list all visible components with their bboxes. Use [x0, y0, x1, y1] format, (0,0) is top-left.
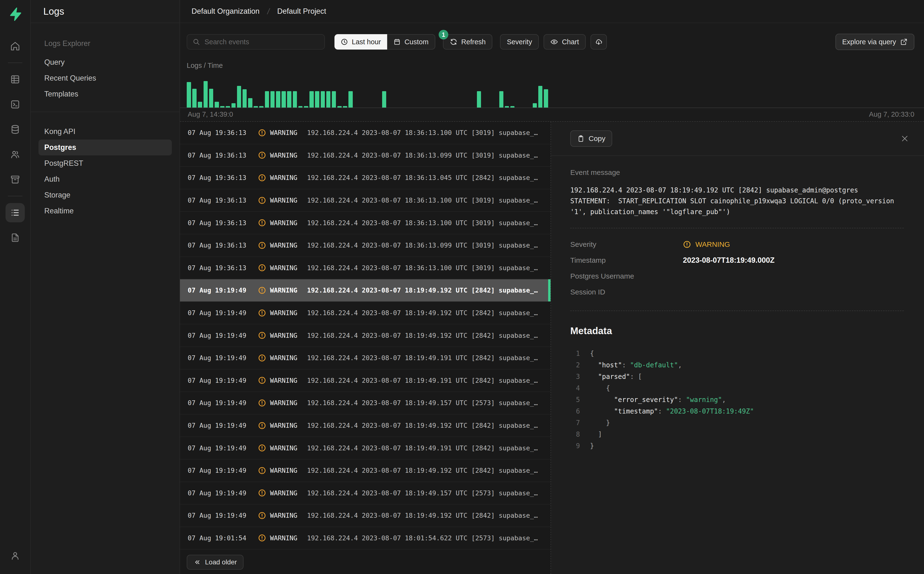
warning-icon: [258, 219, 266, 227]
log-timestamp: 07 Aug 19:36:13: [188, 219, 258, 227]
chart-bar-slot: [259, 106, 265, 107]
log-row[interactable]: 07 Aug 19:19:49 WARNING192.168.224.4 202…: [180, 279, 550, 302]
chart-bar: [243, 89, 247, 107]
log-row[interactable]: 07 Aug 19:19:49 WARNING192.168.224.4 202…: [180, 347, 550, 369]
field-label: Postgres Username: [570, 272, 683, 280]
chart-bar: [505, 106, 509, 107]
severity-filter-button[interactable]: Severity: [500, 34, 539, 50]
warning-icon: [258, 421, 266, 430]
sidebar-item-kong-api[interactable]: Kong API: [38, 124, 172, 140]
database-icon[interactable]: [6, 120, 25, 139]
close-icon[interactable]: [898, 132, 911, 145]
sidebar-item-auth[interactable]: Auth: [38, 171, 172, 187]
warning-icon: [258, 376, 266, 385]
log-row[interactable]: 07 Aug 19:36:13 WARNING192.168.224.4 202…: [180, 257, 550, 279]
sidebar-item-postgrest[interactable]: PostgREST: [38, 155, 172, 171]
log-severity: WARNING: [270, 444, 307, 452]
log-row[interactable]: 07 Aug 19:19:49 WARNING192.168.224.4 202…: [180, 505, 550, 527]
reports-file-icon[interactable]: [6, 228, 25, 247]
warning-icon: [258, 264, 266, 272]
log-row[interactable]: 07 Aug 19:19:49 WARNING192.168.224.4 202…: [180, 302, 550, 325]
log-row[interactable]: 07 Aug 19:19:49 WARNING192.168.224.4 202…: [180, 415, 550, 437]
log-message: 192.168.224.4 2023-08-07 18:36:13.045 UT…: [307, 174, 550, 181]
rail-divider: [8, 63, 22, 63]
log-timestamp: 07 Aug 19:01:54: [188, 534, 258, 542]
log-row[interactable]: 07 Aug 19:19:49 WARNING192.168.224.4 202…: [180, 482, 550, 505]
log-row[interactable]: 07 Aug 19:19:49 WARNING192.168.224.4 202…: [180, 459, 550, 482]
log-row[interactable]: 07 Aug 19:36:13 WARNING192.168.224.4 202…: [180, 144, 550, 167]
load-older-button[interactable]: Load older: [187, 555, 243, 570]
chart-title: Logs / Time: [187, 62, 924, 69]
log-row[interactable]: 07 Aug 19:36:13 WARNING192.168.224.4 202…: [180, 212, 550, 234]
copy-button[interactable]: Copy: [570, 130, 612, 147]
event-message-label: Event message: [570, 169, 904, 177]
log-timestamp: 07 Aug 19:19:49: [188, 512, 258, 519]
chart-bar: [226, 106, 230, 107]
log-timestamp: 07 Aug 19:36:13: [188, 151, 258, 159]
chart-bar-slot: [538, 86, 544, 107]
sidebar-item-query[interactable]: Query: [38, 54, 172, 70]
chart-bar-slot: [293, 91, 298, 107]
log-row[interactable]: 07 Aug 19:19:49 WARNING192.168.224.4 202…: [180, 369, 550, 392]
clock-icon: [341, 38, 348, 46]
log-row[interactable]: 07 Aug 19:36:13 WARNING192.168.224.4 202…: [180, 234, 550, 257]
sql-editor-icon[interactable]: [6, 95, 25, 114]
time-range-segment: Last hour Custom: [334, 34, 435, 50]
sidebar-item-templates[interactable]: Templates: [38, 86, 172, 102]
severity-value: WARNING: [683, 240, 730, 249]
search-icon: [192, 38, 200, 46]
search-field[interactable]: [187, 34, 325, 50]
chart-bar: [282, 91, 286, 107]
log-row[interactable]: 07 Aug 19:19:49 WARNING192.168.224.4 202…: [180, 324, 550, 347]
log-timestamp: 07 Aug 19:19:49: [188, 309, 258, 317]
metadata-line: 4 {: [570, 383, 904, 394]
auth-users-icon[interactable]: [6, 145, 25, 164]
chart-toggle-button[interactable]: Chart: [544, 34, 586, 50]
storage-icon[interactable]: [6, 170, 25, 189]
table-editor-icon[interactable]: [6, 70, 25, 89]
log-row[interactable]: 07 Aug 19:36:13 WARNING192.168.224.4 202…: [180, 167, 550, 189]
log-row[interactable]: 07 Aug 19:36:13 WARNING192.168.224.4 202…: [180, 122, 550, 144]
chart-bar: [209, 89, 213, 107]
chart-bar: [544, 89, 548, 107]
chart-bar-slot: [309, 91, 315, 107]
log-severity: WARNING: [270, 287, 307, 294]
supabase-logo-icon[interactable]: [7, 6, 23, 22]
chart-bar-slot: [337, 106, 343, 107]
logs-chart: Logs / Time Aug 7, 14:39:0 Aug 7, 20:33:…: [180, 50, 924, 122]
log-row[interactable]: 07 Aug 19:19:49 WARNING192.168.224.4 202…: [180, 392, 550, 415]
chart-bar: [510, 106, 515, 107]
sidebar-item-postgres[interactable]: Postgres: [38, 140, 172, 155]
log-row[interactable]: 07 Aug 19:19:49 WARNING192.168.224.4 202…: [180, 437, 550, 459]
breadcrumb-org[interactable]: Default Organization: [192, 7, 260, 16]
explore-via-query-button[interactable]: Explore via query: [836, 34, 915, 50]
metadata-line: 3 "parsed": [: [570, 371, 904, 383]
chart-bar: [309, 91, 314, 107]
detail-field: Severity WARNING: [570, 237, 904, 252]
log-severity: WARNING: [270, 241, 307, 249]
sidebar-item-realtime[interactable]: Realtime: [38, 203, 172, 219]
breadcrumb-project[interactable]: Default Project: [277, 7, 326, 16]
log-row[interactable]: 07 Aug 19:01:54 WARNING192.168.224.4 202…: [180, 527, 550, 550]
log-severity: WARNING: [270, 534, 307, 542]
search-input[interactable]: [205, 38, 319, 46]
chart-bar: [538, 86, 542, 107]
app-window: Logs Logs Explorer QueryRecent QueriesTe…: [0, 0, 924, 574]
custom-range-button[interactable]: Custom: [387, 34, 435, 50]
refresh-button[interactable]: Refresh: [443, 34, 492, 50]
field-label: Session ID: [570, 288, 683, 296]
warning-icon: [258, 511, 266, 520]
log-timestamp: 07 Aug 19:19:49: [188, 489, 258, 497]
log-row[interactable]: 07 Aug 19:36:13 WARNING192.168.224.4 202…: [180, 189, 550, 212]
sidebar-item-recent-queries[interactable]: Recent Queries: [38, 70, 172, 86]
sidebar-item-storage[interactable]: Storage: [38, 187, 172, 203]
last-hour-button[interactable]: Last hour: [334, 34, 387, 50]
cloud-download-button[interactable]: [590, 34, 607, 50]
logs-icon[interactable]: [6, 203, 25, 222]
account-user-icon[interactable]: [6, 546, 25, 565]
home-icon[interactable]: [6, 36, 25, 56]
log-message: 192.168.224.4 2023-08-07 18:19:49.191 UT…: [307, 444, 550, 452]
sidebar-item-logs-explorer[interactable]: Logs Explorer: [38, 36, 172, 52]
chart-bar: [276, 91, 280, 107]
log-severity: WARNING: [270, 489, 307, 497]
